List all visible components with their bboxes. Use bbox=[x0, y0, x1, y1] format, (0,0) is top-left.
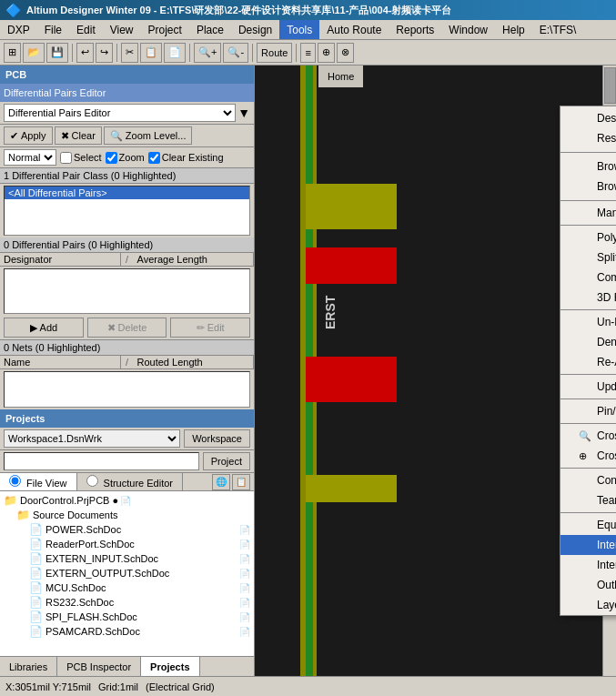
extern-input-icon: 📄 bbox=[29, 552, 43, 565]
tab-projects[interactable]: Projects bbox=[141, 657, 199, 676]
menu-item-equalize-net-lengths[interactable]: Equalize Net Lengths bbox=[560, 515, 616, 535]
tab-file-view-radio[interactable] bbox=[9, 475, 21, 487]
toolbar-btn-extra2[interactable]: ⊕ bbox=[318, 43, 335, 63]
add-button[interactable]: ▶ Add bbox=[4, 318, 84, 338]
menu-item-split-planes[interactable]: Split Planes ▶ bbox=[560, 247, 616, 267]
menu-item-convert[interactable]: Convert ▶ bbox=[560, 470, 616, 490]
class-list[interactable]: <All Differential Pairs> bbox=[4, 186, 250, 236]
menu-item-interactive-length-tuning[interactable]: Interactive Length Tuning bbox=[560, 535, 616, 555]
toolbar-btn-copy[interactable]: 📋 bbox=[140, 43, 162, 63]
tree-spi-flash[interactable]: 📄 SPI_FLASH.SchDoc 📄 bbox=[2, 610, 252, 624]
tree-root[interactable]: 📁 DoorControl.PrjPCB ● 📄 bbox=[2, 493, 252, 508]
menu-item-update-from-pcb[interactable]: Update From PCB Libraries... bbox=[560, 377, 616, 397]
menu-item-polygon-pours[interactable]: Polygon Pours ▶ bbox=[560, 227, 616, 247]
tree-extern-input[interactable]: 📄 EXTERN_INPUT.SchDoc 📄 bbox=[2, 551, 252, 566]
divider-4 bbox=[560, 309, 616, 310]
canvas-tab[interactable]: Home bbox=[318, 66, 363, 87]
menu-help[interactable]: Help bbox=[495, 20, 532, 39]
menu-item-browse-objects[interactable]: Browse Objects Shift+X bbox=[560, 177, 616, 197]
menu-file[interactable]: File bbox=[37, 20, 69, 39]
toolbar-btn-cut[interactable]: ✂ bbox=[121, 43, 138, 63]
toolbar-btn-redo[interactable]: ↪ bbox=[96, 43, 113, 63]
menu-item-reset-error-markers[interactable]: Reset Error Markers bbox=[560, 128, 616, 148]
zoom-option[interactable]: Zoom bbox=[106, 152, 145, 164]
menu-window[interactable]: Window bbox=[441, 20, 495, 39]
menu-item-un-route[interactable]: Un-Route ▶ bbox=[560, 312, 616, 332]
toolbar: ⊞ 📂 💾 ↩ ↪ ✂ 📋 📄 🔍+ 🔍- Route ≡ ⊕ ⊗ bbox=[0, 40, 616, 66]
view-btn-2[interactable]: 📋 bbox=[232, 474, 250, 490]
menu-item-interactive-diff-pair[interactable]: Interactive Diff Pair Length Tuning bbox=[560, 555, 616, 575]
zoom-level-button[interactable]: 🔍 Zoom Level... bbox=[104, 126, 193, 145]
tree-power[interactable]: 📄 POWER.SchDoc 📄 bbox=[2, 522, 252, 537]
menu-item-teardrops[interactable]: Teardrops... bbox=[560, 490, 616, 510]
projects-tree[interactable]: 📁 DoorControl.PrjPCB ● 📄 📁 Source Docume… bbox=[0, 491, 254, 656]
workspace-select[interactable]: Workspace1.DsnWrk bbox=[4, 429, 180, 448]
menu-design[interactable]: Design bbox=[231, 20, 279, 39]
tree-source-docs[interactable]: 📁 Source Documents bbox=[2, 508, 252, 522]
menu-item-re-annotate[interactable]: Re-Annotate... bbox=[560, 352, 616, 372]
pairs-list[interactable] bbox=[4, 268, 250, 314]
toolbar-btn-2[interactable]: 📂 bbox=[23, 43, 45, 63]
menu-item-design-rule-check[interactable]: Design Rule Check... bbox=[560, 108, 616, 128]
menu-tools[interactable]: Tools bbox=[279, 20, 319, 39]
workspace-button[interactable]: Workspace bbox=[184, 429, 250, 448]
toolbar-btn-1[interactable]: ⊞ bbox=[4, 43, 21, 63]
dpe-selector-dropdown[interactable]: Differential Pairs Editor bbox=[4, 104, 236, 122]
dpe-selector-arrow[interactable]: ▼ bbox=[237, 106, 250, 120]
tab-structure-radio[interactable] bbox=[86, 475, 98, 487]
menu-item-manage-3d[interactable]: Manage 3D Bodies for Components on Board… bbox=[560, 203, 616, 223]
toolbar-zoom-in[interactable]: 🔍+ bbox=[194, 43, 221, 63]
menu-item-browse-violations[interactable]: Browse Violations Shift+V bbox=[560, 156, 616, 177]
clear-existing-option[interactable]: Clear Existing bbox=[148, 152, 224, 164]
class-list-item-all[interactable]: <All Differential Pairs> bbox=[5, 187, 249, 199]
tree-readerport[interactable]: 📄 ReaderPort.SchDoc 📄 bbox=[2, 537, 252, 551]
project-search-input[interactable] bbox=[4, 452, 199, 470]
tab-pcb-inspector[interactable]: PCB Inspector bbox=[57, 657, 141, 676]
view-btn-1[interactable]: 🌐 bbox=[212, 474, 230, 490]
select-option[interactable]: Select bbox=[60, 152, 102, 164]
menu-reports[interactable]: Reports bbox=[389, 20, 441, 39]
tab-file-view[interactable]: File View bbox=[0, 473, 77, 490]
zoom-checkbox[interactable] bbox=[106, 152, 117, 164]
menu-item-outline-selected[interactable]: Outline Selected Objects bbox=[560, 575, 616, 595]
nets-list[interactable] bbox=[4, 371, 250, 408]
menu-place[interactable]: Place bbox=[189, 20, 231, 39]
tab-structure-editor[interactable]: Structure Editor bbox=[77, 473, 183, 490]
tree-rs232[interactable]: 📄 RS232.SchDoc 📄 bbox=[2, 595, 252, 610]
menu-autoroute[interactable]: Auto Route bbox=[319, 20, 389, 39]
menu-edit[interactable]: Edit bbox=[69, 20, 103, 39]
menu-item-cross-select-mode[interactable]: ⊕ Cross Select Mode bbox=[560, 446, 616, 466]
edit-button[interactable]: ✏ Edit bbox=[170, 318, 250, 338]
menu-item-cross-probe[interactable]: 🔍 Cross Probe bbox=[560, 426, 616, 446]
toolbar-btn-3[interactable]: 💾 bbox=[46, 43, 68, 63]
menu-item-density-map[interactable]: Density Map bbox=[560, 332, 616, 352]
clear-existing-checkbox[interactable] bbox=[148, 152, 160, 164]
toolbar-route[interactable]: Route bbox=[257, 43, 292, 63]
toolbar-btn-extra3[interactable]: ⊗ bbox=[337, 43, 354, 63]
delete-button[interactable]: ✖ Delete bbox=[87, 318, 167, 338]
menu-item-pin-part-swapping[interactable]: Pin/Part Swapping ▶ bbox=[560, 401, 616, 421]
toolbar-zoom-out[interactable]: 🔍- bbox=[223, 43, 248, 63]
menu-item-3d-body-placement[interactable]: 3D Body Placement ▶ bbox=[560, 287, 616, 308]
toolbar-btn-paste[interactable]: 📄 bbox=[164, 43, 186, 63]
tree-mcu[interactable]: 📄 MCU.SchDoc 📄 bbox=[2, 580, 252, 595]
dpe-mode-select[interactable]: Normal bbox=[4, 149, 56, 166]
apply-button[interactable]: ✔ Apply bbox=[4, 126, 53, 145]
tab-libraries[interactable]: Libraries bbox=[0, 657, 57, 676]
scroll-thumb[interactable] bbox=[604, 67, 616, 104]
menu-view[interactable]: View bbox=[103, 20, 141, 39]
projects-panel: Projects Workspace1.DsnWrk Workspace Pro… bbox=[0, 409, 254, 676]
tree-extern-output[interactable]: 📄 EXTERN_OUTPUT.SchDoc 📄 bbox=[2, 566, 252, 580]
select-checkbox[interactable] bbox=[60, 152, 72, 164]
toolbar-btn-extra1[interactable]: ≡ bbox=[300, 43, 315, 63]
menu-dxp[interactable]: DXP bbox=[0, 20, 37, 39]
menu-item-component-placement[interactable]: Component Placement ▶ bbox=[560, 267, 616, 287]
menu-project[interactable]: Project bbox=[141, 20, 189, 39]
zoom-label: Zoom Level... bbox=[126, 130, 187, 141]
project-button[interactable]: Project bbox=[203, 452, 250, 470]
add-icon: ▶ bbox=[30, 322, 37, 334]
menu-item-layer-stackup[interactable]: Layer Stackup Legend bbox=[560, 595, 616, 615]
toolbar-btn-undo[interactable]: ↩ bbox=[76, 43, 94, 63]
clear-button[interactable]: ✖ Clear bbox=[55, 126, 102, 145]
tree-psamcard[interactable]: 📄 PSAMCARD.SchDoc 📄 bbox=[2, 624, 252, 639]
